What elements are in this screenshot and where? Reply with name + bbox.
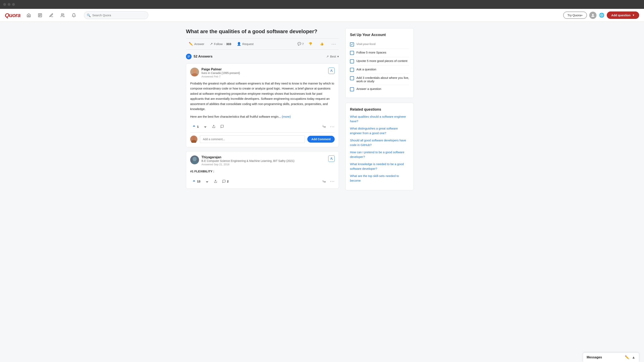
checkbox-follow-spaces[interactable]	[350, 51, 354, 55]
comment-button-2[interactable]: 2	[220, 178, 231, 184]
author-name-1[interactable]: Paige Palmer	[202, 67, 326, 71]
author-follow-button-1[interactable]	[328, 67, 335, 74]
navbar-right: Try Quora+ 🌐 Add question ▼	[563, 11, 639, 19]
svg-point-9	[192, 69, 196, 73]
svg-rect-6	[188, 55, 190, 56]
author-follow-button-2[interactable]	[328, 155, 335, 162]
titlebar-dot-yellow	[8, 3, 10, 6]
downvote-button-2[interactable]	[203, 178, 211, 184]
nav-spaces[interactable]	[59, 12, 66, 19]
answer-actions-1: 1 ···	[190, 121, 335, 129]
checklist-item-ask-question: Ask a question	[350, 65, 409, 74]
answer-headline-2: #1 FLEXIBILITY :	[190, 169, 335, 174]
checklist-label-visit-feed: Visit your feed	[356, 42, 376, 46]
svg-rect-7	[188, 56, 190, 56]
downvote-button-1[interactable]	[202, 123, 209, 129]
checklist-item-answer-question: Answer a question	[350, 85, 409, 93]
related-link-1[interactable]: What qualities should a software enginee…	[350, 114, 409, 123]
related-link-3[interactable]: Should all good software developers have…	[350, 138, 409, 147]
request-label: Request	[242, 42, 254, 46]
setup-account-card: Set Up Your Account ✓ Visit your feed Fo…	[345, 28, 414, 98]
answer-author-2: Thiyagarajan B.E Computer Science Engine…	[190, 155, 335, 166]
related-link-6[interactable]: What are the top skill-sets needed to be…	[350, 174, 409, 183]
comment-box-1: Add Comment	[190, 132, 335, 143]
comment-count-button[interactable]: 💬 7	[298, 42, 304, 46]
checklist-item-upvote: Upvote 5 more good pieces of content	[350, 57, 409, 65]
author-avatar-2	[190, 155, 199, 164]
svg-point-15	[192, 161, 198, 164]
upvote-button-1[interactable]: 1	[190, 123, 201, 129]
checklist-label-ask-question: Ask a question	[356, 67, 376, 71]
user-avatar[interactable]	[589, 12, 596, 19]
request-icon: 👤	[237, 42, 241, 46]
checklist-label-answer-question: Answer a question	[356, 87, 381, 90]
follow-icon: ↗	[210, 42, 213, 46]
svg-point-11	[331, 70, 332, 71]
add-question-button[interactable]: Add question ▼	[607, 11, 639, 19]
related-link-2[interactable]: What distinguishes a great software engi…	[350, 126, 409, 135]
setup-title: Set Up Your Account	[350, 33, 409, 37]
search-input[interactable]	[84, 11, 148, 19]
more-options-button[interactable]: ···	[329, 40, 339, 47]
answers-header: 52 Answers ↗ Best ▾	[186, 54, 339, 59]
answer-date-1: Answered Feb 7	[202, 75, 326, 78]
comment-button-1[interactable]	[218, 123, 226, 129]
globe-icon[interactable]: 🌐	[599, 13, 604, 18]
answer-more-button-2[interactable]: ···	[330, 179, 335, 184]
action-right-group: 💬 7 👎 👍 ···	[298, 40, 339, 47]
quora-logo[interactable]: Quora	[5, 12, 20, 18]
comment-input-1[interactable]	[200, 135, 305, 143]
answer-button[interactable]: ✏️ Answer	[186, 41, 207, 47]
upvote-count-2: 13	[197, 180, 200, 183]
author-name-2[interactable]: Thiyagarajan	[202, 155, 326, 159]
author-credential-2: B.E Computer Science Engineering & Machi…	[202, 159, 326, 162]
answer-share-button-2[interactable]	[320, 178, 328, 184]
checklist-label-upvote: Upvote 5 more good pieces of content	[356, 59, 408, 62]
answer-more-button-1[interactable]: ···	[330, 124, 335, 129]
try-quora-button[interactable]: Try Quora+	[563, 12, 587, 19]
nav-notifications[interactable]	[70, 12, 78, 19]
related-link-5[interactable]: What knowledge is needed to be a good so…	[350, 162, 409, 171]
search-bar[interactable]: 🔍	[84, 11, 148, 19]
downvote-question-button[interactable]: 👎	[306, 41, 315, 47]
nav-edit[interactable]	[48, 12, 55, 19]
request-button[interactable]: 👤 Request	[234, 41, 256, 47]
search-icon: 🔍	[87, 13, 91, 17]
checkbox-upvote[interactable]	[350, 59, 354, 63]
add-question-label: Add question	[611, 13, 630, 17]
related-link-4[interactable]: How can I pretend to be a good software …	[350, 150, 409, 159]
follow-count: 333	[226, 42, 231, 46]
upvote-button-2[interactable]: 13	[190, 178, 202, 184]
upvote-question-button[interactable]: 👍	[317, 41, 327, 47]
svg-point-10	[192, 73, 198, 76]
add-question-chevron: ▼	[632, 14, 635, 17]
comment-avatar-1	[190, 136, 198, 143]
follow-button[interactable]: ↗ Follow · 333	[207, 41, 234, 47]
check-tick-visit-feed: ✓	[351, 43, 353, 46]
checkbox-answer-question[interactable]	[350, 87, 354, 91]
checkbox-ask-question[interactable]	[350, 68, 354, 72]
nav-lists[interactable]	[36, 12, 44, 19]
share-button-2[interactable]	[212, 178, 219, 184]
answers-count-icon	[186, 54, 192, 59]
checklist-label-follow-spaces: Follow 5 more Spaces	[356, 51, 386, 54]
svg-point-5	[592, 14, 594, 15]
share-button-1[interactable]	[210, 123, 218, 129]
nav-home[interactable]	[25, 12, 32, 19]
comment-count: 7	[302, 42, 304, 46]
answer-share-button-1[interactable]	[320, 123, 328, 129]
answer-more-link-1[interactable]: (more)	[282, 115, 290, 118]
sort-button[interactable]: ↗ Best ▾	[326, 55, 339, 58]
author-info-2: Thiyagarajan B.E Computer Science Engine…	[202, 155, 326, 166]
checkbox-visit-feed[interactable]: ✓	[350, 42, 354, 46]
upvote-count-1: 1	[197, 125, 199, 128]
sidebar-column: Set Up Your Account ✓ Visit your feed Fo…	[345, 28, 414, 195]
answers-count-text: 52 Answers	[194, 54, 212, 58]
add-comment-button-1[interactable]: Add Comment	[307, 136, 335, 143]
svg-point-4	[62, 13, 63, 15]
sort-chevron-icon: ▾	[337, 55, 339, 58]
checkbox-credentials[interactable]	[350, 76, 354, 80]
comment-count-2: 2	[227, 180, 228, 183]
answer-text-continued-1: Here are the best five characteristics t…	[190, 115, 281, 118]
question-title: What are the qualities of a good softwar…	[186, 28, 339, 35]
